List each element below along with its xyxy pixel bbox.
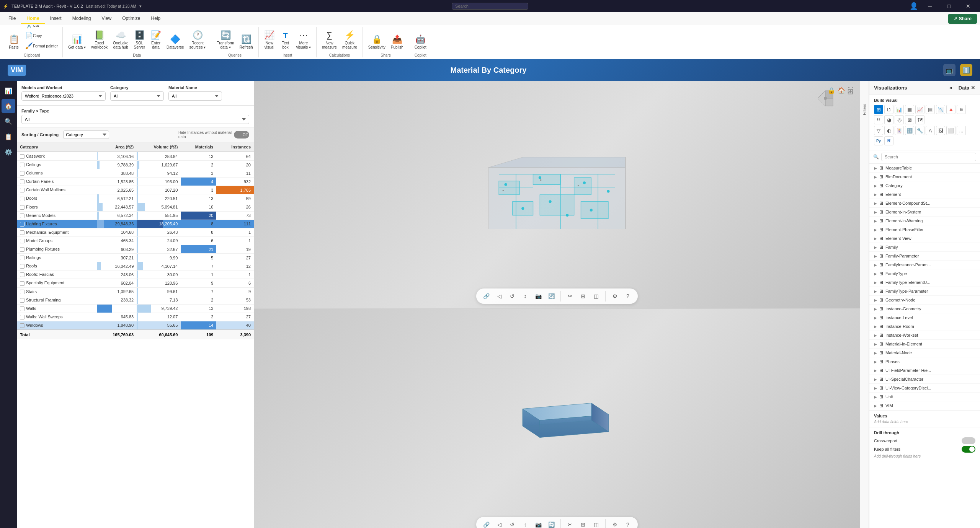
pan-tool-b[interactable]: ◁	[494, 519, 505, 528]
paste-button[interactable]: 📋 Paste	[5, 33, 23, 51]
data-field-item[interactable]: ▶⊞FamilyType-ElementU...	[869, 278, 980, 287]
viz-treemap-icon[interactable]: ⊠	[905, 115, 914, 124]
sql-button[interactable]: 🗄️ SQLServer	[132, 29, 147, 51]
data-field-item[interactable]: ▶⊞UI-FieldParameter-Hie...	[869, 366, 980, 375]
viz-table-icon[interactable]: ⊞	[874, 105, 883, 114]
viz-kpi-icon[interactable]: 🔢	[905, 126, 914, 135]
sorting-select[interactable]: Category	[63, 130, 109, 139]
table-row[interactable]: Windows1,848.9055.651440	[17, 321, 254, 330]
data-field-item[interactable]: ▶⊞Category	[869, 181, 980, 190]
excel-button[interactable]: 📗 Excelworkbook	[89, 29, 110, 51]
data-field-item[interactable]: ▶⊞Instance-Level	[869, 313, 980, 322]
sensitivity-button[interactable]: 🔒 Sensitivity	[366, 33, 388, 51]
data-field-item[interactable]: ▶⊞Element-In-System	[869, 208, 980, 217]
text-box-button[interactable]: T Textbox	[278, 30, 293, 51]
cross-report-toggle[interactable]	[962, 437, 975, 444]
title-search-input[interactable]	[452, 3, 528, 10]
viz-map-icon[interactable]: 🗺	[915, 115, 924, 124]
data-field-item[interactable]: ▶⊞Material-Node	[869, 349, 980, 357]
viz-text-icon[interactable]: A	[926, 126, 935, 135]
keep-filters-toggle[interactable]	[962, 446, 975, 453]
zoom-tool[interactable]: ↕	[520, 291, 531, 301]
data-field-item[interactable]: ▶⊞Geometry-Node	[869, 296, 980, 305]
viz-image-icon[interactable]: 🖼	[936, 126, 945, 135]
enter-data-button[interactable]: 📝 Enterdata	[148, 29, 163, 51]
tab-help[interactable]: Help	[146, 13, 166, 24]
new-measure-button[interactable]: ∑ Newmeasure	[320, 29, 339, 51]
tab-modeling[interactable]: Modeling	[67, 13, 96, 24]
copy-button[interactable]: 📄 Copy	[24, 31, 59, 41]
close-data-icon[interactable]: ✕	[971, 85, 975, 91]
models-select[interactable]: Wolford_Residence.r2023	[21, 91, 106, 101]
dataverse-button[interactable]: 🔷 Dataverse	[164, 33, 186, 51]
table-row[interactable]: Plumbing Fixtures603.2932.672119	[17, 245, 254, 254]
table-row[interactable]: Curtain Panels1,523.85193.004932	[17, 178, 254, 186]
share-button[interactable]: ↗ Share	[948, 14, 977, 24]
table-row[interactable]: Lighting Fixtures29,848.3618,205.498111	[17, 220, 254, 228]
table-row[interactable]: Mechanical Equipment104.6826.4381	[17, 228, 254, 236]
data-field-item[interactable]: ▶⊞Instance-Room	[869, 322, 980, 331]
viz-slicer-icon[interactable]: 🔧	[915, 126, 924, 135]
zoom-tool-b[interactable]: ↕	[520, 519, 531, 528]
family-type-select[interactable]: All	[21, 115, 249, 124]
material-name-select[interactable]: All	[168, 91, 222, 101]
sidebar-icon-home[interactable]: 🏠	[2, 99, 15, 113]
viz-card-icon[interactable]: 🃏	[895, 126, 904, 135]
viz-stacked-bar-icon[interactable]: ▦	[905, 105, 914, 114]
viz-r-icon[interactable]: R	[884, 136, 893, 145]
table-row[interactable]: Curtain Wall Mullions2,025.65107.2031,76…	[17, 186, 254, 194]
tab-optimize[interactable]: Optimize	[117, 13, 145, 24]
copilot-button[interactable]: 🤖 Copilot	[412, 33, 429, 51]
viz-bar-icon[interactable]: 📊	[895, 105, 904, 114]
recent-sources-button[interactable]: 🕐 Recentsources ▾	[187, 29, 208, 51]
viz-donut-icon[interactable]: ◎	[895, 115, 904, 124]
viz-matrix-icon[interactable]: 🗋	[884, 105, 893, 114]
onelake-button[interactable]: ☁️ OneLakedata hub	[111, 29, 131, 51]
table-row[interactable]: Generic Models6,572.34551.952073	[17, 211, 254, 220]
cut-button[interactable]: ✂️ Cut	[24, 25, 59, 30]
camera-tool[interactable]: 📷	[533, 291, 544, 301]
viz-pie-icon[interactable]: ◕	[884, 115, 893, 124]
rotate-tool-b[interactable]: ↺	[507, 519, 518, 528]
settings-tool-b[interactable]: ⚙	[609, 519, 620, 528]
transform-button[interactable]: 🔄 Transformdata ▾	[214, 29, 236, 51]
data-field-item[interactable]: ▶⊞Element-CompoundSt...	[869, 199, 980, 208]
info-icon[interactable]: ℹ️	[960, 64, 972, 76]
table-row[interactable]: Specialty Equipment602.04120.9696	[17, 279, 254, 287]
link-tool-b[interactable]: 🔗	[481, 519, 492, 528]
get-data-button[interactable]: 📊 Get data ▾	[66, 33, 88, 51]
viz-ribbon-icon[interactable]: ≋	[957, 105, 966, 114]
table-row[interactable]: Walls: Wall Sweeps645.8312.07227	[17, 313, 254, 321]
data-field-item[interactable]: ▶⊞UI-View-CategoryDisci...	[869, 384, 980, 393]
publish-button[interactable]: 📤 Publish	[389, 33, 406, 51]
camera-tool-b[interactable]: 📷	[533, 519, 544, 528]
isolate-tool[interactable]: ◫	[591, 291, 601, 301]
data-field-item[interactable]: ▶⊞BimDocument	[869, 173, 980, 181]
measure-tool[interactable]: ⊞	[578, 291, 588, 301]
data-field-item[interactable]: ▶⊞Instance-Geometry	[869, 305, 980, 313]
settings-tool[interactable]: ⚙	[609, 291, 620, 301]
tab-home[interactable]: Home	[21, 13, 44, 24]
tab-view[interactable]: View	[96, 13, 117, 24]
section-tool[interactable]: ✂	[565, 291, 575, 301]
table-row[interactable]: Walls61,369.279,739.4213198	[17, 304, 254, 313]
hide-instances-toggle[interactable]: Off	[234, 131, 249, 139]
view-home-icon[interactable]: 🏠	[838, 87, 845, 94]
help-tool[interactable]: ?	[622, 291, 633, 301]
data-field-item[interactable]: ▶⊞Phases	[869, 357, 980, 366]
isolate-tool-b[interactable]: ◫	[591, 519, 601, 528]
user-icon[interactable]: 👤	[910, 2, 918, 10]
measure-tool-b[interactable]: ⊞	[578, 519, 588, 528]
data-field-item[interactable]: ▶⊞Element	[869, 190, 980, 199]
view-lock-icon[interactable]: 🔒	[828, 87, 835, 94]
refresh-button[interactable]: 🔃 Refresh	[237, 33, 255, 51]
rotate-tool[interactable]: ↺	[507, 291, 518, 301]
view-expand-icon[interactable]: ⛶	[848, 87, 854, 94]
viz-stacked-col-icon[interactable]: ▤	[926, 105, 935, 114]
viz-column-icon[interactable]: 📈	[915, 105, 924, 114]
data-field-item[interactable]: ▶⊞Element-View	[869, 234, 980, 243]
viz-line-icon[interactable]: 📉	[936, 105, 945, 114]
sidebar-icon-data[interactable]: 📋	[2, 130, 15, 143]
data-search-input[interactable]	[881, 153, 976, 161]
close-button[interactable]: ✕	[959, 1, 977, 11]
